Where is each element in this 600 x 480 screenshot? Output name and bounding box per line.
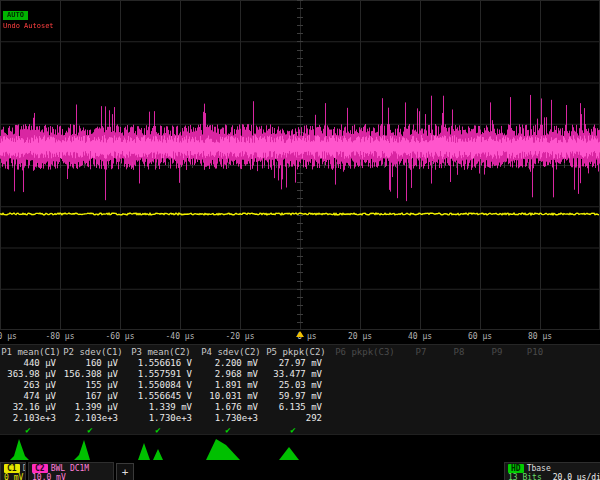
measure-header-p5[interactable]: P5 pkpk(C2) — [264, 347, 328, 358]
measure-value: 1.339 mV — [124, 402, 198, 413]
measure-value: 440 µV — [0, 358, 62, 369]
timebase-descriptor[interactable]: HD Tbase 13 Bits 20.0 µs/div — [504, 462, 600, 480]
measure-value: 1.891 mV — [198, 380, 264, 391]
descbar-spacer — [136, 462, 502, 480]
measure-value: 1.676 mV — [198, 402, 264, 413]
measure-value: 2.103e+3 — [62, 413, 124, 424]
histicon-p3[interactable] — [132, 436, 190, 460]
measure-header-p6[interactable]: P6 pkpk(C3) — [328, 347, 402, 358]
measure-value: 1.556645 V — [124, 391, 198, 402]
trigger-status-badge[interactable]: AUTO — [3, 11, 28, 20]
channel-c2-descriptor[interactable]: C2 BWL DC1M 10.0 mV — [28, 462, 114, 480]
measure-header-p3[interactable]: P3 mean(C2) — [124, 347, 198, 358]
histicon-p5[interactable] — [267, 436, 325, 460]
tbase-scale: 20.0 µs/div — [553, 473, 600, 480]
c2-coupling: BWL DC1M — [51, 464, 90, 473]
measure-header-p2[interactable]: P2 sdev(C1) — [62, 347, 124, 358]
measure-value: 1.550084 V — [124, 380, 198, 391]
time-label: 60 µs — [468, 332, 492, 341]
oscilloscope-screen: AUTO Undo Autoset -100 µs -80 µs -60 µs … — [0, 0, 600, 480]
tbase-label: Tbase — [527, 464, 551, 473]
measure-value: 10.031 mV — [198, 391, 264, 402]
measure-value: 27.97 mV — [264, 358, 328, 369]
measure-header-p4[interactable]: P4 sdev(C2) — [198, 347, 264, 358]
channel-c1-descriptor[interactable]: C1 DC1M 0 mV — [0, 462, 26, 480]
measure-row-value: 440 µV 160 µV 1.556616 V 2.200 mV 27.97 … — [0, 358, 600, 369]
measure-value: 1.399 µV — [62, 402, 124, 413]
measure-header-p7[interactable]: P7 — [402, 347, 440, 358]
tbase-bits: 13 Bits — [508, 473, 542, 480]
time-label: -100 µs — [0, 332, 17, 341]
measure-value: 1.556616 V — [124, 358, 198, 369]
measure-header-p1[interactable]: P1 mean(C1) — [0, 347, 62, 358]
waveform-canvas — [0, 0, 600, 330]
measure-value: 2.200 mV — [198, 358, 264, 369]
measure-value: 167 µV — [62, 391, 124, 402]
measure-value: 25.03 mV — [264, 380, 328, 391]
time-axis: -100 µs -80 µs -60 µs -40 µs -20 µs 0 µs… — [0, 330, 600, 344]
measure-value: 156.308 µV — [62, 369, 124, 380]
c1-offset: 0 mV — [4, 473, 23, 480]
hd-badge: HD — [508, 464, 524, 473]
measure-value: 1.730e+3 — [198, 413, 264, 424]
measure-row-sdev: 32.16 µV 1.399 µV 1.339 mV 1.676 mV 6.13… — [0, 402, 600, 413]
measure-value: 363.98 µV — [0, 369, 62, 380]
time-label: 20 µs — [348, 332, 372, 341]
measure-value: 33.477 mV — [264, 369, 328, 380]
measure-value: 1.730e+3 — [124, 413, 198, 424]
trigger-position-marker[interactable] — [296, 331, 304, 337]
c2-scale: 10.0 mV — [32, 473, 66, 480]
measure-row-mean: 363.98 µV 156.308 µV 1.557591 V 2.968 mV… — [0, 369, 600, 380]
undo-autoset-link[interactable]: Undo Autoset — [3, 22, 54, 30]
measure-value: 155 µV — [62, 380, 124, 391]
time-label: -60 µs — [106, 332, 135, 341]
histicon-p4[interactable] — [202, 436, 260, 460]
measure-row-max: 474 µV 167 µV 1.556645 V 10.031 mV 59.97… — [0, 391, 600, 402]
measure-header-p9[interactable]: P9 — [478, 347, 516, 358]
histicon-strip — [0, 434, 600, 461]
measure-row-min: 263 µV 155 µV 1.550084 V 1.891 mV 25.03 … — [0, 380, 600, 391]
add-trace-button[interactable]: + — [116, 463, 134, 480]
measure-value: 1.557591 V — [124, 369, 198, 380]
histicon-p2[interactable] — [64, 436, 122, 460]
time-label: 40 µs — [408, 332, 432, 341]
measure-value: 32.16 µV — [0, 402, 62, 413]
measurement-table: P1 mean(C1) P2 sdev(C1) P3 mean(C2) P4 s… — [0, 344, 600, 434]
measure-header-row: P1 mean(C1) P2 sdev(C1) P3 mean(C2) P4 s… — [0, 347, 600, 358]
measure-value: 2.968 mV — [198, 369, 264, 380]
waveform-display[interactable]: AUTO Undo Autoset — [0, 0, 600, 330]
descriptor-bar: C1 DC1M 0 mV C2 BWL DC1M 10.0 mV + HD Tb… — [0, 461, 600, 480]
time-label: -40 µs — [166, 332, 195, 341]
time-label: 80 µs — [528, 332, 552, 341]
measure-value: 59.97 mV — [264, 391, 328, 402]
measure-row-num: 2.103e+3 2.103e+3 1.730e+3 1.730e+3 292 — [0, 413, 600, 424]
trigger-status: AUTO Undo Autoset — [3, 2, 54, 30]
time-label: -20 µs — [226, 332, 255, 341]
c2-badge: C2 — [32, 464, 48, 473]
measure-value: 2.103e+3 — [0, 413, 62, 424]
measure-value: 6.135 mV — [264, 402, 328, 413]
measure-value: 160 µV — [62, 358, 124, 369]
measure-value: 292 — [264, 413, 328, 424]
measure-value: 263 µV — [0, 380, 62, 391]
measure-value: 474 µV — [0, 391, 62, 402]
time-label: -80 µs — [46, 332, 75, 341]
measure-header-p10[interactable]: P10 — [516, 347, 554, 358]
c1-badge: C1 — [4, 464, 20, 473]
histicon-p1[interactable] — [2, 436, 60, 460]
measure-header-p8[interactable]: P8 — [440, 347, 478, 358]
c1-coupling: DC1M — [23, 464, 26, 473]
